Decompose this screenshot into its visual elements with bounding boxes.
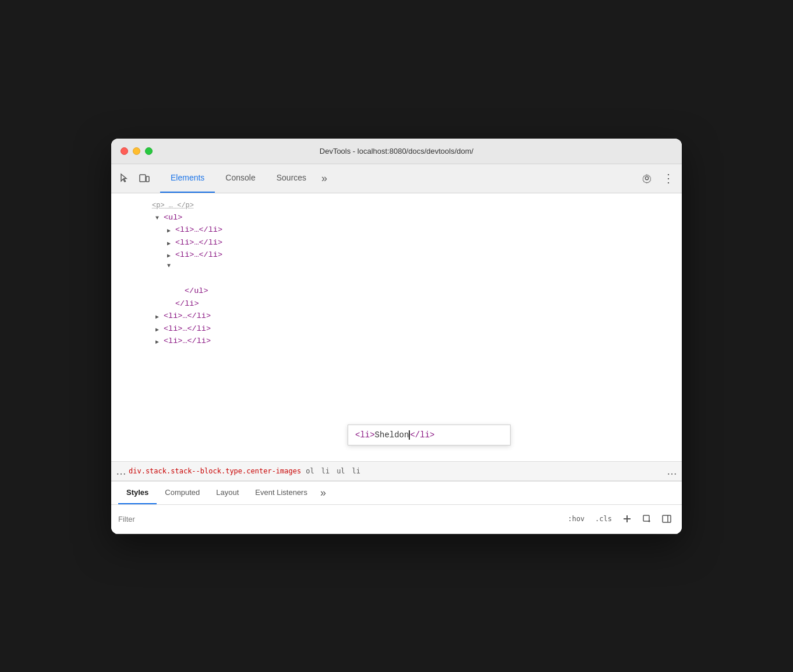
dom-tag-ul-close[interactable]: </ul>: [185, 285, 208, 298]
dom-line-ul: <ul>: [121, 211, 672, 224]
gear-icon: [642, 173, 652, 183]
devtools-toolbar: Elements Console Sources » ⋮: [111, 164, 682, 193]
triangle-ul[interactable]: [155, 214, 162, 221]
dom-line-li-close: </li>: [121, 298, 672, 310]
dom-line-li-1: <li>…</li>: [121, 224, 672, 236]
breadcrumb-li-2[interactable]: li: [352, 467, 360, 475]
breadcrumb-li-1[interactable]: li: [321, 467, 330, 475]
device-icon: [139, 173, 150, 183]
dom-panel: <p> … </p> <ul> <li>…</li> <li>…</li> <l…: [111, 193, 682, 461]
svg-rect-5: [643, 515, 649, 521]
dom-line-li-3: <li>…</li>: [121, 249, 672, 261]
triangle-li-3[interactable]: [167, 252, 174, 259]
traffic-lights: [121, 147, 153, 155]
dom-tag-li-6[interactable]: <li>…</li>: [164, 335, 211, 348]
dom-tag-li-close[interactable]: </li>: [175, 298, 199, 310]
sidebar-icon: [662, 514, 671, 524]
dom-line-li-sheldon: <li>Sheldon</li>: [121, 261, 672, 268]
breadcrumb-ol[interactable]: ol: [306, 467, 314, 475]
toolbar-more-tabs[interactable]: »: [317, 164, 332, 193]
cls-button[interactable]: .cls: [592, 514, 615, 524]
breadcrumb-more-button[interactable]: …: [116, 466, 126, 476]
toolbar-right: ⋮: [638, 169, 677, 188]
force-element-state-button[interactable]: [639, 511, 655, 527]
inline-edit-tag-close: </li>: [410, 429, 434, 441]
styles-tab-styles[interactable]: Styles: [118, 481, 157, 504]
svg-rect-0: [140, 175, 146, 182]
inspect-element-button[interactable]: [116, 169, 133, 187]
inline-edit-popup[interactable]: <li>Sheldon</li>: [348, 425, 511, 445]
cursor-icon: [119, 173, 130, 183]
filter-input[interactable]: [118, 515, 560, 524]
settings-button[interactable]: [638, 169, 656, 188]
tab-elements[interactable]: Elements: [160, 164, 215, 193]
filter-actions: :hov .cls: [564, 511, 675, 527]
tab-console[interactable]: Console: [215, 164, 265, 193]
styles-tab-computed[interactable]: Computed: [157, 481, 208, 504]
toolbar-icons: [116, 169, 153, 187]
dom-line-li-2: <li>…</li>: [121, 236, 672, 249]
breadcrumb-end-more[interactable]: …: [667, 466, 677, 476]
filter-bar: :hov .cls: [111, 505, 682, 534]
titlebar: DevTools - localhost:8080/docs/devtools/…: [111, 139, 682, 164]
devtools-window: DevTools - localhost:8080/docs/devtools/…: [111, 139, 682, 534]
dom-line-ul-close: </ul>: [121, 285, 672, 298]
dom-tag-li-4[interactable]: <li>…</li>: [164, 310, 211, 323]
hov-button[interactable]: :hov: [564, 514, 588, 524]
more-options-button[interactable]: ⋮: [659, 169, 677, 188]
dom-line-li-6: <li>…</li>: [121, 335, 672, 348]
dom-tag-li-1[interactable]: <li>…</li>: [175, 224, 222, 236]
breadcrumb-ul[interactable]: ul: [337, 467, 345, 475]
breadcrumb-bar: … div.stack.stack--block.type.center-ima…: [111, 461, 682, 481]
tab-sources[interactable]: Sources: [266, 164, 317, 193]
plus-icon: [622, 514, 632, 524]
triangle-li-1[interactable]: [167, 227, 174, 234]
minimize-button[interactable]: [133, 147, 140, 155]
dom-line-li-4: <li>…</li>: [121, 310, 672, 323]
dom-line-p: <p> … </p>: [121, 200, 672, 211]
dom-tag-li-2[interactable]: <li>…</li>: [175, 236, 222, 249]
window-title: DevTools - localhost:8080/docs/devtools/…: [320, 147, 473, 155]
triangle-li-2[interactable]: [167, 239, 174, 246]
svg-rect-6: [663, 515, 671, 522]
dom-tag-li-5[interactable]: <li>…</li>: [164, 323, 211, 335]
svg-point-2: [645, 176, 648, 179]
svg-rect-1: [146, 176, 149, 182]
triangle-li-5[interactable]: [155, 326, 162, 333]
toggle-sidebar-button[interactable]: [659, 511, 675, 527]
vertical-dots-icon: ⋮: [663, 171, 674, 185]
styles-tabs: Styles Computed Layout Event Listeners »: [111, 482, 682, 505]
triangle-li-sheldon[interactable]: [167, 261, 174, 268]
styles-tab-event-listeners[interactable]: Event Listeners: [247, 481, 316, 504]
paint-icon: [642, 514, 652, 524]
close-button[interactable]: [121, 147, 128, 155]
dom-line-li-5: <li>…</li>: [121, 323, 672, 335]
styles-panel: Styles Computed Layout Event Listeners »…: [111, 481, 682, 534]
dom-tag-ul-open[interactable]: <ul>: [164, 211, 182, 224]
inline-edit-tag-open: <li>: [355, 429, 375, 441]
styles-tab-more[interactable]: »: [320, 487, 326, 499]
device-toggle-button[interactable]: [136, 169, 153, 187]
triangle-li-4[interactable]: [155, 313, 162, 320]
dom-tag-p[interactable]: <p> … </p>: [152, 200, 194, 211]
styles-tab-layout[interactable]: Layout: [208, 481, 247, 504]
triangle-li-6[interactable]: [155, 338, 162, 345]
add-style-button[interactable]: [619, 511, 635, 527]
dom-tag-li-3[interactable]: <li>…</li>: [175, 249, 222, 261]
inline-edit-text: Sheldon: [375, 429, 409, 441]
maximize-button[interactable]: [145, 147, 153, 155]
toolbar-tabs: Elements Console Sources »: [160, 164, 638, 193]
breadcrumb-selector[interactable]: div.stack.stack--block.type.center-image…: [129, 467, 301, 475]
